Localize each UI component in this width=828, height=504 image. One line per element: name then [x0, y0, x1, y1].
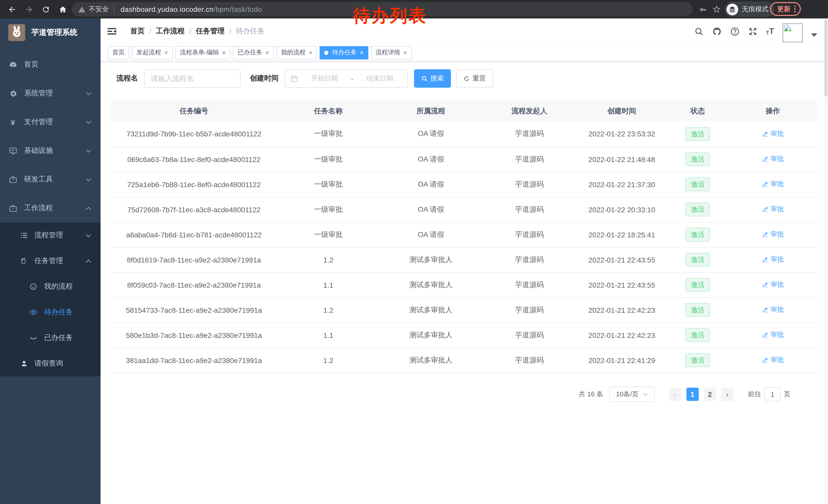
browser-forward-button[interactable] [24, 4, 34, 14]
task-id-cell: 8f0d1619-7ac8-11ec-a9e2-a2380e71991a [111, 247, 277, 272]
starter-cell: 芋道源码 [482, 222, 577, 247]
task-name-cell: 1.2 [277, 297, 380, 322]
chevron-down-icon [86, 120, 91, 124]
approve-link[interactable]: 审批 [762, 154, 784, 164]
omnibox-divider [114, 5, 114, 13]
avatar[interactable] [782, 23, 803, 43]
breadcrumb-task-mgmt[interactable]: 任务管理 [196, 27, 225, 36]
goto-page-input[interactable] [764, 387, 781, 402]
help-icon[interactable] [730, 27, 740, 36]
page-size-select[interactable]: 10条/页 [609, 386, 654, 402]
status-badge: 激活 [686, 202, 710, 216]
sidebar-item-todo-tasks[interactable]: 待办任务 [0, 300, 100, 325]
sidebar-item-home[interactable]: 首页 [0, 50, 100, 79]
url-text: dashboard.yudao.iocoder.cn/bpm/task/todo [121, 5, 262, 13]
close-icon[interactable]: × [164, 49, 168, 56]
table-body: 73211d9d-7b9b-11ec-b5b7-acde48001122 一级审… [111, 122, 817, 373]
sidebar-item-done-tasks[interactable]: 已办任务 [0, 325, 100, 351]
search-icon[interactable] [694, 27, 704, 36]
starter-cell: 芋道源码 [482, 297, 577, 322]
tag-process-detail[interactable]: 流程详情× [371, 46, 412, 59]
edit-pencil-icon [762, 181, 769, 188]
task-id-cell: 381aa1dd-7ac8-11ec-a9e2-a2380e71991a [111, 348, 277, 373]
approve-link[interactable]: 审批 [762, 356, 784, 365]
prev-page-button[interactable]: ‹ [669, 387, 681, 401]
scrollbar-thumb[interactable] [824, 19, 827, 96]
briefcase-icon [8, 175, 17, 184]
browser-reload-button[interactable] [41, 4, 51, 14]
tag-my-process[interactable]: 我的流程× [277, 46, 317, 59]
col-process: 所属流程 [380, 101, 482, 122]
reset-button[interactable]: 重置 [456, 69, 493, 88]
process-name-input[interactable] [144, 69, 241, 88]
approve-link[interactable]: 审批 [762, 205, 784, 214]
start-date-placeholder[interactable]: 开始日期 [302, 74, 347, 83]
close-icon[interactable]: × [222, 49, 226, 56]
approve-link[interactable]: 审批 [762, 230, 784, 239]
avatar-dropdown-caret-icon[interactable] [811, 33, 817, 37]
breadcrumb-workflow[interactable]: 工作流程 [156, 27, 185, 36]
tag-form-edit[interactable]: 流程表单-编辑× [175, 46, 230, 59]
chevron-up-icon [86, 259, 91, 263]
edit-pencil-icon [762, 256, 769, 263]
sidebar-item-workflow[interactable]: 工作流程 [0, 194, 100, 223]
tag-home[interactable]: 首页 [108, 46, 129, 59]
sidebar-item-leave-query[interactable]: 请假查询 [0, 351, 100, 376]
fullscreen-icon[interactable] [748, 27, 758, 36]
sidebar-toggle-icon[interactable] [107, 26, 117, 36]
task-id-cell: 069c6a63-7b8a-11ec-8ef0-acde48001122 [111, 147, 277, 172]
tag-todo-tasks[interactable]: 待办任务× [320, 46, 368, 59]
process-name-label: 流程名 [117, 74, 138, 83]
chevron-down-icon [86, 92, 91, 95]
col-task-id: 任务编号 [111, 101, 277, 122]
table-row: 069c6a63-7b8a-11ec-8ef0-acde48001122 一级审… [111, 147, 817, 172]
status-badge: 激活 [686, 328, 710, 342]
page-scrollbar[interactable] [824, 18, 828, 504]
browser-update-button[interactable]: 更新 [770, 2, 801, 16]
breadcrumb-home[interactable]: 首页 [130, 27, 145, 36]
app-logo-row[interactable]: 芋道管理系统 [0, 18, 100, 47]
sidebar-item-infra[interactable]: 基础设施 [0, 136, 100, 165]
browser-back-button[interactable] [7, 4, 17, 14]
end-date-placeholder[interactable]: 结束日期 [357, 74, 402, 83]
todo-task-table: 任务编号 任务名称 所属流程 流程发起人 创建时间 状态 操作 73211d9d… [111, 101, 817, 373]
incognito-icon [727, 3, 738, 15]
close-icon[interactable]: × [265, 49, 269, 56]
close-icon[interactable]: × [309, 49, 313, 56]
dashboard-icon [8, 60, 17, 69]
page-button-1[interactable]: 1 [686, 387, 699, 401]
browser-menu-icon[interactable] [794, 6, 796, 12]
search-button[interactable]: 搜索 [414, 69, 451, 88]
incognito-badge: 无痕模式 [724, 2, 775, 17]
sidebar-item-system[interactable]: 系统管理 [0, 79, 100, 108]
close-icon[interactable]: × [403, 49, 407, 56]
date-range-picker[interactable]: 开始日期 - 结束日期 [285, 69, 408, 88]
tag-start-process[interactable]: 发起流程× [132, 46, 173, 59]
approve-link[interactable]: 审批 [762, 330, 784, 340]
approve-link[interactable]: 审批 [762, 305, 784, 315]
font-size-icon[interactable]: TT [766, 27, 774, 35]
browser-home-button[interactable] [57, 4, 68, 14]
sidebar-item-task-mgmt[interactable]: 任务管理 [0, 248, 100, 274]
task-name-cell: 一级审批 [277, 197, 380, 222]
approve-link[interactable]: 审批 [762, 129, 784, 138]
approve-link[interactable]: 审批 [762, 255, 784, 264]
security-label[interactable]: 不安全 [89, 5, 109, 14]
sidebar-item-devtools[interactable]: 研发工具 [0, 165, 100, 194]
task-name-cell: 1.2 [277, 247, 380, 272]
close-icon[interactable]: × [360, 49, 364, 56]
sidebar-item-my-process[interactable]: 我的流程 [0, 274, 100, 300]
next-page-button[interactable]: › [721, 387, 733, 401]
time-cell: 2022-01-21 22:43:55 [577, 247, 667, 272]
tag-done-tasks[interactable]: 已办任务× [233, 46, 274, 59]
status-badge: 激活 [686, 127, 710, 141]
bookmark-star-icon[interactable] [712, 5, 721, 14]
github-icon[interactable] [712, 27, 722, 36]
page-button-2[interactable]: 2 [704, 387, 716, 401]
status-badge: 激活 [686, 253, 710, 267]
sidebar-item-payment[interactable]: ¥ 支付管理 [0, 108, 100, 136]
sidebar-item-process-mgmt[interactable]: 流程管理 [0, 223, 100, 248]
approve-link[interactable]: 审批 [762, 280, 784, 289]
password-key-icon[interactable] [698, 5, 707, 14]
approve-link[interactable]: 审批 [762, 180, 784, 189]
